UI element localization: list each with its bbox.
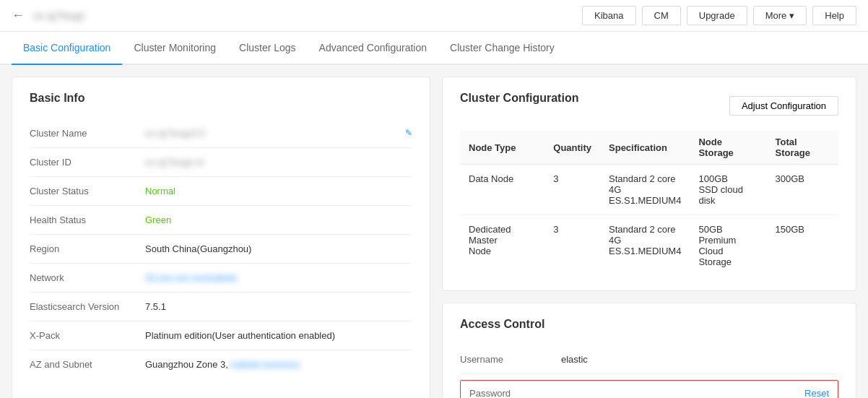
es-version-label: Elasticsearch Version [30,301,145,312]
col-total-storage: Total Storage [767,131,838,165]
es-version-value: 7.5.1 [145,301,412,312]
data-node-spec: Standard 2 core4GES.S1.MEDIUM4 [600,165,690,215]
master-node-type: Dedicated MasterNode [460,215,544,277]
password-label: Password [469,388,570,398]
top-bar-right: Kibana CM Upgrade More ▾ Help [582,6,856,25]
cluster-config-table: Node Type Quantity Specification Node St… [460,131,838,276]
region-label: Region [30,243,145,254]
cluster-status-label: Cluster Status [30,186,145,196]
cluster-name-value: es-qj7fwqptXX [145,128,402,139]
master-node-spec: Standard 2 core4GES.S1.MEDIUM4 [600,215,690,277]
tabs-bar: Basic Configuration Cluster Monitoring C… [0,32,868,65]
cluster-name-label: Cluster Name [30,128,145,139]
xpack-label: X-Pack [30,330,145,341]
col-quantity: Quantity [544,131,600,165]
username-value: elastic [561,354,838,365]
help-button[interactable]: Help [812,6,856,25]
basic-info-title: Basic Info [30,92,412,105]
edit-icon[interactable]: ✎ [405,128,412,138]
kibana-button[interactable]: Kibana [582,6,635,25]
health-status-row: Health Status Green [30,206,412,235]
upgrade-button[interactable]: Upgrade [687,6,747,25]
master-node-total-storage: 150GB [767,215,838,277]
reset-password-link[interactable]: Reset [804,388,829,398]
back-button[interactable]: ← [12,8,25,23]
cluster-config-header: Cluster Configuration Adjust Configurati… [460,92,838,119]
col-specification: Specification [600,131,690,165]
az-subnet-row: AZ and Subnet Guangzhou Zone 3, subnet-x… [30,350,412,378]
right-panel: Cluster Configuration Adjust Configurati… [442,77,856,398]
cluster-configuration-title: Cluster Configuration [460,92,578,105]
top-bar-left: ← es-qj7fwqpt [12,8,85,23]
main-content: Basic Info Cluster Name es-qj7fwqptXX ✎ … [0,65,868,398]
network-row: Network 10.xxx.xxx.xxx/subnet [30,264,412,293]
tab-cluster-change-history[interactable]: Cluster Change History [438,32,566,65]
access-control-card: Access Control Username elastic Password… [442,303,856,398]
network-value: 10.xxx.xxx.xxx/subnet [145,272,412,283]
cluster-name-row: Cluster Name es-qj7fwqptXX ✎ [30,119,412,148]
more-button[interactable]: More ▾ [753,6,807,25]
cluster-id-row: Cluster ID es-qj7fwqpt-id [30,148,412,177]
access-control-title: Access Control [460,318,838,331]
xpack-value: Platinum edition(User authentication ena… [145,330,412,341]
cm-button[interactable]: CM [642,6,681,25]
data-node-total-storage: 300GB [767,165,838,215]
basic-info-panel: Basic Info Cluster Name es-qj7fwqptXX ✎ … [12,77,430,398]
data-node-type: Data Node [460,165,544,215]
cluster-status-value: Normal [145,186,412,196]
region-value: South China(Guangzhou) [145,243,412,254]
page-title: es-qj7fwqpt [33,10,85,22]
network-label: Network [30,272,145,283]
chevron-down-icon: ▾ [789,10,794,21]
username-row: Username elastic [460,345,838,374]
tab-advanced-configuration[interactable]: Advanced Configuration [308,32,438,65]
region-row: Region South China(Guangzhou) [30,235,412,264]
es-version-row: Elasticsearch Version 7.5.1 [30,293,412,321]
col-node-storage: Node Storage [690,131,766,165]
tab-basic-configuration[interactable]: Basic Configuration [12,32,122,65]
username-label: Username [460,354,561,365]
tab-cluster-logs[interactable]: Cluster Logs [227,32,308,65]
cluster-id-label: Cluster ID [30,157,145,168]
col-node-type: Node Type [460,131,544,165]
tab-cluster-monitoring[interactable]: Cluster Monitoring [122,32,227,65]
table-row: Dedicated MasterNode 3 Standard 2 core4G… [460,215,838,277]
health-status-value: Green [145,215,412,225]
health-status-label: Health Status [30,215,145,225]
password-row: Password Reset [460,380,838,398]
master-node-quantity: 3 [544,215,600,277]
cluster-configuration-card: Cluster Configuration Adjust Configurati… [442,77,856,291]
top-bar: ← es-qj7fwqpt Kibana CM Upgrade More ▾ H… [0,0,868,32]
cluster-status-row: Cluster Status Normal [30,177,412,206]
data-node-quantity: 3 [544,165,600,215]
master-node-storage: 50GBPremium CloudStorage [690,215,766,277]
cluster-id-value: es-qj7fwqpt-id [145,157,412,168]
az-subnet-label: AZ and Subnet [30,359,145,370]
adjust-configuration-button[interactable]: Adjust Configuration [729,96,838,116]
data-node-storage: 100GBSSD cloud disk [690,165,766,215]
table-row: Data Node 3 Standard 2 core4GES.S1.MEDIU… [460,165,838,215]
az-subnet-value: Guangzhou Zone 3, subnet-xxxxxxxx [145,359,412,370]
xpack-row: X-Pack Platinum edition(User authenticat… [30,321,412,350]
